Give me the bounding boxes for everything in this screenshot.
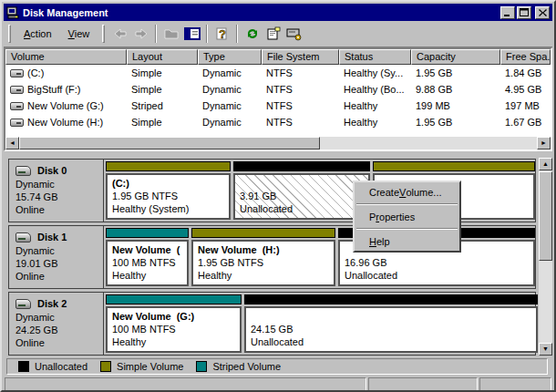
region-box[interactable]: 3.91 GBUnallocated (233, 173, 370, 220)
horizontal-scroll-thumb[interactable] (19, 137, 320, 150)
column-header-volume[interactable]: Volume (5, 49, 127, 65)
column-header-status[interactable]: Status (339, 49, 411, 65)
close-button[interactable] (535, 6, 550, 19)
scroll-up-button[interactable]: ▲ (539, 158, 552, 170)
region-status: Unallocated (240, 202, 364, 215)
region-box[interactable]: New Volume (H:)1.95 GB NTFSHealthy (191, 240, 335, 286)
volume-icon (10, 86, 24, 94)
minimize-button[interactable] (500, 6, 515, 19)
disk-size: 15.74 GB (15, 191, 101, 203)
region-unallocated[interactable]: 3.91 GBUnallocated (233, 161, 370, 220)
legend-item: Unallocated (18, 361, 88, 372)
disk-label-1[interactable]: Disk 1Dynamic19.01 GBOnline (9, 226, 104, 288)
cell-type: Dynamic (198, 67, 262, 78)
cell-capacity: 1.95 GB (411, 117, 500, 128)
region-box[interactable]: (C:)1.95 GB NTFSHealthy (System) (106, 173, 231, 220)
region-box[interactable]: New Volume (100 MB NTFSHealthy (106, 240, 189, 286)
volume-list-panel: VolumeLayoutTypeFile SystemStatusCapacit… (4, 47, 552, 151)
legend-label: Unallocated (35, 361, 88, 372)
volume-icon (10, 102, 24, 110)
region-box[interactable]: New Volume (G:)100 MB NTFSHealthy (106, 306, 242, 353)
disk-row-2: Disk 2Dynamic24.25 GBOnlineNew Volume (G… (8, 292, 536, 356)
disk-management-window: Disk Management ActionView ? VolumeLayou… (0, 0, 556, 392)
vertical-scrollbar[interactable]: ▲ ▼ (539, 158, 552, 356)
region-size: 100 MB NTFS (112, 256, 182, 269)
volume-row[interactable]: BigStuff (F:)SimpleDynamicNTFSHealthy (B… (5, 81, 551, 98)
cell-type: Dynamic (198, 100, 262, 111)
cell-status: Healthy (339, 117, 411, 128)
cell-status: Healthy (339, 100, 411, 111)
menu-action[interactable]: Action (15, 26, 60, 42)
horizontal-scrollbar[interactable]: ◄ ► (5, 137, 551, 150)
region-unallocated[interactable]: 24.15 GBUnallocated (244, 294, 538, 353)
column-header-capacity[interactable]: Capacity (411, 49, 500, 65)
region-color-bar (191, 228, 335, 238)
column-header-file-system[interactable]: File System (262, 49, 339, 65)
scroll-down-button[interactable]: ▼ (539, 343, 552, 356)
cell-fs: NTFS (262, 84, 339, 95)
console-tree-icon[interactable] (181, 24, 202, 44)
window-title: Disk Management (23, 7, 497, 18)
disk-tool-icon[interactable] (283, 24, 304, 44)
back-icon[interactable] (109, 24, 130, 44)
context-menu: Create Volume...PropertiesHelp (353, 181, 461, 253)
context-menu-item-create-volume-[interactable]: Create Volume... (355, 183, 458, 201)
disk-label-0[interactable]: Disk 0Dynamic15.74 GBOnline (9, 160, 104, 222)
refresh-icon[interactable] (242, 24, 263, 44)
volume-icon (10, 69, 24, 77)
splitter[interactable] (4, 151, 552, 158)
rebar-grip[interactable] (8, 25, 11, 43)
forward-icon[interactable] (130, 24, 151, 44)
region-color-bar (233, 161, 370, 171)
disk-label-2[interactable]: Disk 2Dynamic24.25 GBOnline (9, 293, 104, 355)
column-header-free-spa-[interactable]: Free Spa... (500, 49, 551, 65)
status-bar (4, 376, 552, 392)
column-header-type[interactable]: Type (198, 49, 262, 65)
legend-swatch (196, 361, 207, 372)
region-simple[interactable]: New Volume (H:)1.95 GB NTFSHealthy (191, 228, 335, 286)
volume-row[interactable]: New Volume (G:)StripedDynamicNTFSHealthy… (5, 98, 551, 114)
region-size: 24.15 GB (251, 323, 531, 335)
disk-size: 19.01 GB (15, 257, 101, 270)
region-status: Healthy (112, 335, 235, 348)
region-box[interactable]: 24.15 GBUnallocated (244, 306, 538, 353)
scroll-right-button[interactable]: ► (537, 137, 551, 150)
volume-row[interactable]: New Volume (H:)SimpleDynamicNTFSHealthy1… (5, 114, 551, 130)
cell-free: 1.84 GB (500, 67, 551, 78)
disk-graph-panel: Disk 0Dynamic15.74 GBOnline(C:)1.95 GB N… (4, 158, 552, 358)
column-header-layout[interactable]: Layout (127, 49, 198, 65)
disk-kind: Dynamic (15, 178, 101, 191)
status-panel (479, 377, 551, 391)
region-striped[interactable]: New Volume (G:)100 MB NTFSHealthy (106, 294, 242, 353)
region-status: Healthy (198, 269, 329, 282)
region-size: 3.91 GB (240, 190, 364, 202)
region-striped[interactable]: New Volume (100 MB NTFSHealthy (106, 228, 189, 286)
menu-view[interactable]: View (60, 26, 98, 42)
cell-capacity: 1.95 GB (411, 67, 500, 78)
properties-icon[interactable] (263, 24, 283, 44)
status-panel (5, 377, 366, 391)
cell-status: Healthy (Sy... (339, 67, 411, 78)
cell-layout: Simple (127, 67, 198, 78)
region-color-bar (106, 161, 231, 171)
cell-layout: Simple (127, 117, 198, 128)
folder-icon[interactable] (160, 24, 181, 44)
disk-icon (15, 232, 31, 242)
context-menu-item-properties[interactable]: Properties (355, 208, 458, 225)
disk-regions: New Volume (100 MB NTFSHealthyNew Volume… (104, 226, 537, 288)
disk-name: Disk 1 (15, 231, 101, 243)
maximize-button[interactable] (517, 6, 531, 19)
help-icon[interactable]: ? (211, 24, 232, 44)
context-menu-item-help[interactable]: Help (355, 232, 458, 250)
region-size: 100 MB NTFS (112, 323, 235, 335)
cell-capacity: 9.88 GB (411, 84, 500, 95)
scroll-left-button[interactable]: ◄ (5, 137, 19, 150)
volume-row[interactable]: (C:)SimpleDynamicNTFSHealthy (Sy...1.95 … (5, 65, 551, 81)
toolbar-separator (206, 25, 208, 43)
vertical-scroll-thumb[interactable] (539, 171, 552, 261)
disk-name: Disk 0 (15, 164, 101, 177)
region-color-bar (106, 294, 242, 304)
region-simple[interactable]: (C:)1.95 GB NTFSHealthy (System) (106, 161, 231, 220)
rebar-grip[interactable] (102, 25, 105, 43)
disk-icon (15, 299, 31, 309)
